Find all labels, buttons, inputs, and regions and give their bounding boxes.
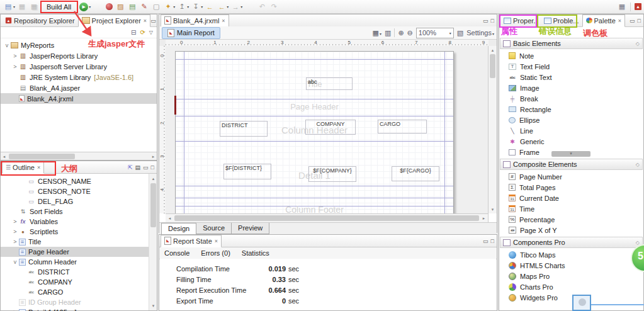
toolbar-separator[interactable]: [92, 1, 105, 13]
scrollbar-thumb[interactable]: [9, 154, 75, 159]
settings-button[interactable]: Settings▾: [466, 29, 494, 37]
scrollbar-thumb[interactable]: [150, 183, 156, 227]
canvas-vertical-scrollbar[interactable]: ▴ ▾: [488, 46, 497, 213]
outline-item-variables[interactable]: >fxVariables: [1, 217, 157, 227]
outline-item-district[interactable]: abcDISTRICT: [1, 267, 157, 277]
detail-district-field[interactable]: $F{DISTRICT}: [223, 164, 271, 179]
palette-item-static-text[interactable]: abcStatic Text: [499, 72, 643, 82]
tab-project-explorer[interactable]: Project Explorer ×: [78, 14, 151, 27]
forward-button[interactable]: →▾: [230, 1, 244, 13]
dropdown-arrow-icon[interactable]: ▾: [13, 4, 15, 9]
tab-blank-a4-jrxml[interactable]: ◣ Blank_A4.jrxml ×: [161, 14, 229, 27]
band-line[interactable]: [176, 59, 453, 60]
report-wizard-button[interactable]: ▨: [115, 1, 127, 13]
outline-item-company[interactable]: abcCOMPANY: [1, 277, 157, 287]
band-line[interactable]: [176, 186, 453, 186]
expander-icon[interactable]: >: [11, 64, 19, 70]
maximize-icon[interactable]: □: [638, 18, 641, 24]
redo-button[interactable]: ↷: [268, 1, 280, 13]
build-all-button[interactable]: Build All: [40, 1, 78, 13]
zoom-level-combo[interactable]: 100%▾: [416, 28, 454, 38]
link-with-editor-icon[interactable]: ⟳: [140, 29, 145, 36]
new-view-icon[interactable]: ▤: [135, 164, 141, 171]
report-page[interactable]: Title Page Header Column Header Detail 1…: [175, 51, 454, 213]
design-area[interactable]: Title Page Header Column Header Detail 1…: [166, 46, 489, 213]
palette-item-image[interactable]: Image: [499, 82, 643, 93]
tab-source[interactable]: Source: [196, 223, 232, 234]
tree-item-blank-a4-jrxml[interactable]: ◣Blank_A4.jrxml: [1, 93, 157, 104]
column-header-cargo-cell[interactable]: CARGO: [378, 120, 427, 133]
pin-icon[interactable]: ◇: [636, 162, 640, 167]
tab-design[interactable]: Design: [161, 223, 196, 235]
palette-item-generic[interactable]: ✱Generic: [499, 136, 643, 147]
tab-preview[interactable]: Preview: [231, 223, 269, 234]
outline-item-detail-1[interactable]: >≡Detail 1 [125px]: [1, 307, 157, 311]
static-text-element[interactable]: abc: [306, 77, 353, 90]
zoom-in-icon[interactable]: ⊕: [398, 29, 404, 37]
console-link[interactable]: Errors (0): [201, 249, 230, 257]
grid-icon[interactable]: ▦▾: [373, 29, 381, 37]
outline-item-scriptlets[interactable]: >●Scriptlets: [1, 227, 157, 237]
detail-company-field[interactable]: $F{COMPANY}: [308, 166, 356, 182]
export-button[interactable]: ↥▾: [176, 1, 190, 13]
palette-item-page-x-of-y[interactable]: #/#Page X of Y: [499, 225, 643, 235]
vertical-scrollbar[interactable]: ▴ ▾: [149, 174, 157, 310]
run-button[interactable]: ▶▾: [78, 1, 92, 13]
palette-item-note[interactable]: Note: [499, 50, 643, 61]
palette-item-text-field[interactable]: TText Field: [499, 61, 643, 72]
expander-icon[interactable]: >: [11, 239, 19, 245]
main-report-subtab[interactable]: ◣ Main Report: [162, 27, 220, 39]
maximize-icon[interactable]: □: [151, 164, 154, 171]
console-link[interactable]: Statistics: [242, 249, 269, 257]
column-header-company-cell[interactable]: COMPANY: [305, 120, 356, 135]
band-line[interactable]: [176, 198, 453, 198]
scroll-left-icon[interactable]: ◂: [1, 153, 8, 160]
dropdown-arrow-icon[interactable]: ▾: [227, 4, 229, 9]
minimize-icon[interactable]: ▭: [630, 18, 635, 24]
scroll-right-icon[interactable]: ▸: [480, 215, 487, 222]
palette-section-components-pro[interactable]: Components Pro ◇: [500, 237, 643, 248]
view-menu-icon[interactable]: ▽: [149, 30, 153, 35]
tab-repository-explorer[interactable]: ▲ Repository Explorer: [2, 15, 78, 26]
palette-item-line[interactable]: ╲Line: [499, 125, 643, 136]
dropdown-arrow-icon[interactable]: ▾: [89, 4, 91, 9]
close-icon[interactable]: ×: [222, 18, 225, 24]
tab-report-state[interactable]: ◣ Report State ×: [161, 235, 222, 247]
palette-item-page-number[interactable]: #Page Number: [499, 171, 643, 182]
outline-item-column-header[interactable]: v≡Column Header: [1, 257, 157, 267]
palette-item-percentage[interactable]: %Percentage: [499, 214, 643, 225]
zoom-out-icon[interactable]: ⊖: [407, 29, 413, 37]
palette-section-basic-elements[interactable]: Basic Elements ◇: [500, 38, 643, 49]
dropdown-arrow-icon[interactable]: ▾: [173, 4, 175, 9]
outline-item-del-flag[interactable]: ▭DEL_FLAG: [1, 196, 157, 206]
outline-item-sort-fields[interactable]: ⇅Sort Fields: [1, 206, 157, 217]
pin-icon[interactable]: ◇: [636, 240, 640, 246]
tree-item-jaspersoft-server-library[interactable]: >▥Jaspersoft Server Library: [1, 61, 157, 72]
palette-item-charts-pro[interactable]: Charts Pro: [499, 281, 643, 292]
palette-section-composite-elements[interactable]: Composite Elements ◇: [500, 159, 643, 170]
close-icon[interactable]: ×: [144, 18, 147, 24]
scroll-up-icon[interactable]: ▴: [489, 47, 496, 54]
palette-item-ellipse[interactable]: Ellipse: [499, 115, 643, 125]
palette-scrollbar-thumb[interactable]: ▾: [551, 151, 590, 157]
tree-item-blank-a4-jasper[interactable]: ▤Blank_A4.jasper: [1, 82, 157, 93]
new-report-template-button[interactable]: ▤: [127, 1, 138, 13]
dropdown-arrow-icon[interactable]: ▾: [187, 4, 189, 9]
band-line[interactable]: [176, 116, 453, 116]
tree-item-jasperreports-library[interactable]: >▥JasperReports Library: [1, 50, 157, 61]
scroll-down-icon[interactable]: ▾: [150, 302, 157, 309]
palette-item-total-pages[interactable]: ΣTotal Pages: [499, 182, 643, 193]
outline-item-page-header[interactable]: ≡Page Header: [1, 247, 157, 257]
undo-button[interactable]: ↶: [256, 1, 268, 13]
expander-icon[interactable]: >: [11, 218, 19, 225]
focus-icon[interactable]: ⇱: [128, 164, 133, 171]
back-button[interactable]: ←▾: [216, 1, 230, 13]
toolbar-separator[interactable]: [244, 1, 256, 13]
outline-item-title[interactable]: >≡Title: [1, 237, 157, 247]
jaspersoft-perspective-icon[interactable]: ▲: [635, 3, 641, 10]
palette-item-rectangle[interactable]: Rectangle: [499, 104, 643, 115]
minimize-icon[interactable]: ▭: [150, 18, 156, 24]
settings-icon[interactable]: ▧: [457, 29, 463, 37]
perspective-icon[interactable]: ▦: [618, 3, 626, 11]
close-icon[interactable]: ×: [618, 18, 621, 24]
